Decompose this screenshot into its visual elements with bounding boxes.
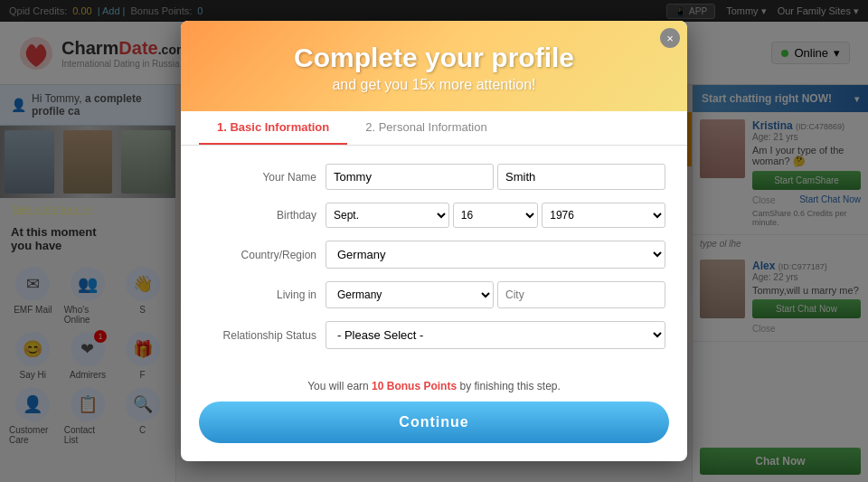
modal-subtitle: and get you 15x more attention! — [199, 77, 669, 93]
modal-tabs: 1. Basic Information 2. Personal Informa… — [181, 111, 687, 146]
birthday-row: Birthday Sept. 16 1976 — [199, 203, 665, 228]
modal-overlay: Complete your profile and get you 15x mo… — [0, 0, 868, 482]
name-inputs — [326, 164, 665, 190]
bonus-note: You will earn 10 Bonus Points by finishi… — [181, 380, 687, 402]
photo-note: Max. 2MB, JPG format. Clearly shows your… — [684, 326, 687, 349]
country-select[interactable]: Germany — [326, 241, 665, 269]
living-row: Living in Germany — [199, 281, 665, 308]
relationship-select[interactable]: - Please Select - Single Divorced Widowe… — [326, 321, 665, 349]
modal-close-button[interactable]: × — [660, 28, 680, 48]
birthday-label: Birthday — [199, 209, 316, 222]
photo-box: A good photo gets more attention Upload … — [684, 164, 687, 362]
name-label: Your Name — [199, 171, 316, 184]
living-city-input[interactable] — [497, 281, 665, 308]
country-label: Country/Region — [199, 249, 316, 261]
birthday-month-select[interactable]: Sept. — [326, 203, 449, 228]
birthday-day-select[interactable]: 16 — [453, 203, 539, 228]
birthday-year-select[interactable]: 1976 — [542, 203, 665, 228]
birthday-inputs: Sept. 16 1976 — [326, 203, 665, 228]
first-name-input[interactable] — [326, 164, 494, 190]
modal-tab-personal[interactable]: 2. Personal Information — [347, 111, 505, 145]
relationship-label: Relationship Status — [199, 329, 316, 342]
living-label: Living in — [199, 288, 316, 301]
living-inputs: Germany — [326, 281, 665, 308]
country-row: Country/Region Germany — [199, 241, 665, 269]
modal-title: Complete your profile — [199, 43, 669, 73]
complete-profile-modal: Complete your profile and get you 15x mo… — [181, 21, 687, 461]
bonus-suffix: by finishing this step. — [459, 380, 560, 392]
bonus-amount-value: 10 Bonus Points — [372, 380, 457, 392]
continue-button[interactable]: Continue — [199, 402, 669, 443]
modal-header: Complete your profile and get you 15x mo… — [181, 21, 687, 111]
relationship-row: Relationship Status - Please Select - Si… — [199, 321, 665, 349]
modal-form: Your Name Birthday Sept. 16 — [199, 164, 665, 362]
last-name-input[interactable] — [497, 164, 665, 190]
modal-tab-basic[interactable]: 1. Basic Information — [199, 111, 347, 145]
bonus-text-prefix: You will earn — [307, 380, 369, 392]
modal-body: Your Name Birthday Sept. 16 — [181, 146, 687, 380]
name-row: Your Name — [199, 164, 665, 190]
living-region-select[interactable]: Germany — [326, 281, 494, 308]
